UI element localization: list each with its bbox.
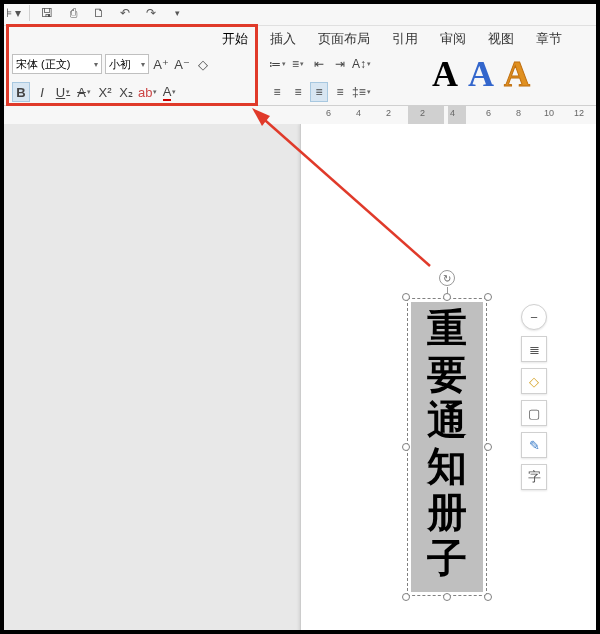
- font-size-combo[interactable]: 小初▾: [105, 54, 149, 74]
- tab-chapter[interactable]: 章节: [534, 28, 564, 50]
- file-menu-fragment[interactable]: ⊧ ▾: [6, 6, 21, 20]
- style-preview-2[interactable]: A: [468, 56, 494, 92]
- qat-customize-icon[interactable]: ▾: [168, 4, 186, 22]
- float-toolbar: − ≣ ◇ ▢ ✎ 字: [521, 304, 547, 490]
- resize-handle-n[interactable]: [443, 293, 451, 301]
- underline-button[interactable]: U: [54, 82, 72, 102]
- shrink-font-button[interactable]: A⁻: [173, 54, 191, 74]
- resize-handle-ne[interactable]: [484, 293, 492, 301]
- save-icon[interactable]: 🖫: [38, 4, 56, 22]
- style-preview-1[interactable]: A: [432, 56, 458, 92]
- vertical-text-char: 子: [427, 536, 467, 582]
- decrease-indent-button[interactable]: ⇤: [310, 54, 328, 74]
- collapse-toolbar-button[interactable]: −: [521, 304, 547, 330]
- print-icon[interactable]: ⎙: [64, 4, 82, 22]
- text-options-button[interactable]: 字: [521, 464, 547, 490]
- textbox-content[interactable]: 重 要 通 知 册 子: [411, 302, 483, 592]
- preview-icon[interactable]: 🗋: [90, 4, 108, 22]
- bullets-button[interactable]: ≔: [268, 54, 286, 74]
- line-spacing-button[interactable]: ‡≡: [352, 82, 371, 102]
- quick-access-toolbar: ⊧ ▾ 🖫 ⎙ 🗋 ↶ ↷ ▾: [0, 0, 600, 26]
- align-center-button[interactable]: ≡: [289, 82, 307, 102]
- vertical-text-char: 通: [427, 398, 467, 444]
- style-preview-3[interactable]: A: [504, 56, 530, 92]
- ribbon: 宋体 (正文)▾ 小初▾ A⁺ A⁻ ◇ B I U A X² X₂ ab A …: [0, 50, 600, 106]
- shape-outline-button[interactable]: ▢: [521, 400, 547, 426]
- font-color-button[interactable]: A: [160, 82, 178, 102]
- align-distribute-button[interactable]: ≡: [331, 82, 349, 102]
- tab-start[interactable]: 开始: [220, 28, 250, 50]
- vertical-text-char: 知: [427, 444, 467, 490]
- rotate-handle-icon[interactable]: ↻: [439, 270, 455, 286]
- tab-insert[interactable]: 插入: [268, 28, 298, 50]
- align-left-button[interactable]: ≡: [268, 82, 286, 102]
- ribbon-tabs: 开始 插入 页面布局 引用 审阅 视图 章节: [0, 26, 600, 50]
- subscript-button[interactable]: X₂: [117, 82, 135, 102]
- resize-handle-e[interactable]: [484, 443, 492, 451]
- selected-textbox[interactable]: ↻ 重 要 通 知 册 子: [407, 298, 487, 596]
- text-effect-button[interactable]: ab: [138, 82, 157, 102]
- font-name-combo[interactable]: 宋体 (正文)▾: [12, 54, 102, 74]
- italic-button[interactable]: I: [33, 82, 51, 102]
- tab-references[interactable]: 引用: [390, 28, 420, 50]
- vertical-text-char: 要: [427, 352, 467, 398]
- shape-edit-button[interactable]: ✎: [521, 432, 547, 458]
- resize-handle-s[interactable]: [443, 593, 451, 601]
- redo-icon[interactable]: ↷: [142, 4, 160, 22]
- document-canvas[interactable]: ↻ 重 要 通 知 册 子 − ≣ ◇ ▢ ✎ 字: [0, 124, 600, 634]
- tab-review[interactable]: 审阅: [438, 28, 468, 50]
- align-justify-button[interactable]: ≡: [310, 82, 328, 102]
- shape-fill-button[interactable]: ◇: [521, 368, 547, 394]
- horizontal-ruler[interactable]: 6 4 2 2 4 6 8 10 12: [0, 106, 600, 126]
- tab-layout[interactable]: 页面布局: [316, 28, 372, 50]
- vertical-text-char: 重: [427, 306, 467, 352]
- styles-group: A A A: [432, 56, 530, 92]
- paragraph-group: ≔ ≡ ⇤ ⇥ A↕ ≡ ≡ ≡ ≡ ‡≡: [268, 52, 412, 104]
- strikethrough-button[interactable]: A: [75, 82, 93, 102]
- resize-handle-se[interactable]: [484, 593, 492, 601]
- resize-handle-sw[interactable]: [402, 593, 410, 601]
- font-group: 宋体 (正文)▾ 小初▾ A⁺ A⁻ ◇ B I U A X² X₂ ab A: [12, 52, 250, 104]
- undo-icon[interactable]: ↶: [116, 4, 134, 22]
- increase-indent-button[interactable]: ⇥: [331, 54, 349, 74]
- resize-handle-w[interactable]: [402, 443, 410, 451]
- tab-view[interactable]: 视图: [486, 28, 516, 50]
- resize-handle-nw[interactable]: [402, 293, 410, 301]
- page: ↻ 重 要 通 知 册 子 − ≣ ◇ ▢ ✎ 字: [300, 124, 600, 634]
- superscript-button[interactable]: X²: [96, 82, 114, 102]
- layout-options-button[interactable]: ≣: [521, 336, 547, 362]
- text-direction-button[interactable]: A↕: [352, 54, 371, 74]
- grow-font-button[interactable]: A⁺: [152, 54, 170, 74]
- bold-button[interactable]: B: [12, 82, 30, 102]
- clear-format-button[interactable]: ◇: [194, 54, 212, 74]
- vertical-text-char: 册: [427, 490, 467, 536]
- numbering-button[interactable]: ≡: [289, 54, 307, 74]
